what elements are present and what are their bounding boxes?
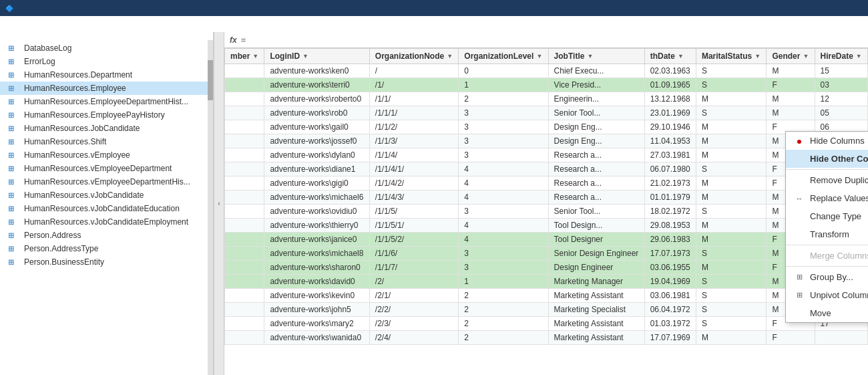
column-header-6[interactable]: MaritalStatus▼ — [696, 49, 767, 64]
filter-icon-5[interactable]: ▼ — [678, 53, 684, 59]
sidebar-item-4[interactable]: ⊞HumanResources.EmployeeDepartmentHist..… — [0, 95, 208, 108]
sidebar-item-12[interactable]: ⊞HumanResources.vJobCandidateEducation — [0, 202, 208, 215]
column-header-5[interactable]: thDate▼ — [644, 49, 696, 64]
cell-1-4: Vice Presid... — [548, 78, 644, 92]
menu-item-move[interactable]: Move — [786, 304, 868, 322]
column-header-3[interactable]: OrganizationLevel▼ — [459, 49, 548, 64]
column-header-8[interactable]: HireDate▼ — [815, 49, 868, 64]
cell-15-0 — [225, 275, 264, 289]
cell-2-5: 13.12.1968 — [644, 92, 696, 106]
table-row: adventure-works\janice0/1/1/5/2/4Tool De… — [225, 233, 868, 247]
sidebar-item-9[interactable]: ⊞HumanResources.vEmployeeDepartment — [0, 162, 208, 175]
col-label-3: OrganizationLevel — [464, 51, 533, 61]
cell-3-8: 05 — [815, 106, 868, 120]
navigator-scroll-thumb[interactable] — [208, 60, 213, 100]
navigator-scrollbar[interactable] — [208, 40, 213, 375]
cell-16-5: 03.06.1981 — [644, 289, 696, 303]
cell-14-2: /1/1/7/ — [369, 261, 459, 275]
sidebar-item-16[interactable]: ⊞Person.BusinessEntity — [0, 255, 208, 269]
formula-bar: fx = — [224, 32, 868, 48]
column-header-1[interactable]: LoginID▼ — [264, 49, 369, 64]
cell-4-1: adventure-works\gail0 — [264, 120, 369, 134]
nav-item-label-5: HumanResources.EmployeePayHistory — [24, 110, 165, 120]
cell-7-3: 4 — [459, 162, 548, 176]
sidebar-item-15[interactable]: ⊞Person.AddressType — [0, 242, 208, 255]
collapse-navigator-button[interactable]: ‹ — [214, 32, 224, 375]
sidebar-item-0[interactable]: ⊞DatabaseLog — [0, 41, 208, 55]
menu-item-hide-other-columns[interactable]: Hide Other Columns — [786, 150, 868, 168]
cell-3-7: M — [767, 106, 815, 120]
menu-item-hide-columns[interactable]: Hide Columns — [786, 132, 868, 150]
nav-item-label-10: HumanResources.vEmployeeDepartmentHis... — [24, 177, 190, 186]
workspace: ⊞DatabaseLog⊞ErrorLog⊞HumanResources.Dep… — [0, 32, 868, 375]
cell-5-3: 3 — [459, 134, 548, 148]
cell-14-6: M — [696, 261, 767, 275]
cell-12-1: adventure-works\janice0 — [264, 233, 369, 247]
cell-2-4: Engineerin... — [548, 92, 644, 106]
cell-19-8 — [815, 331, 868, 345]
filter-icon-7[interactable]: ▼ — [803, 53, 809, 59]
filter-icon-2[interactable]: ▼ — [447, 53, 453, 59]
cell-18-2: /2/3/ — [369, 317, 459, 331]
column-header-0[interactable]: mber▼ — [225, 49, 264, 64]
cell-9-1: adventure-works\michael6 — [264, 191, 369, 205]
table-icon-10: ⊞ — [8, 178, 20, 186]
filter-icon-6[interactable]: ▼ — [754, 53, 761, 59]
sidebar-item-6[interactable]: ⊞HumanResources.JobCandidate — [0, 122, 208, 135]
column-header-4[interactable]: JobTitle▼ — [548, 49, 644, 64]
menu-item-unpivot-columns[interactable]: ⊞Unpivot Columns — [786, 286, 868, 304]
data-table-wrap[interactable]: mber▼LoginID▼OrganizationNode▼Organizati… — [224, 48, 868, 375]
cell-9-4: Research a... — [548, 191, 644, 205]
cell-19-6: M — [696, 331, 767, 345]
menu-item-change-type[interactable]: Change Type — [786, 207, 868, 225]
filter-icon-4[interactable]: ▼ — [587, 53, 593, 59]
menu-item-group-by...[interactable]: ⊞Group By... — [786, 268, 868, 286]
cell-16-3: 2 — [459, 289, 548, 303]
menu-item-remove-duplicates[interactable]: Remove Duplicates — [786, 171, 868, 189]
table-row: adventure-works\wanida0/2/4/2Marketing A… — [225, 331, 868, 345]
table-icon-13: ⊞ — [8, 218, 20, 227]
cell-11-5: 29.08.1953 — [644, 219, 696, 233]
column-header-7[interactable]: Gender▼ — [767, 49, 815, 64]
column-header-2[interactable]: OrganizationNode▼ — [369, 49, 459, 64]
nav-item-label-15: Person.AddressType — [24, 244, 98, 253]
cell-11-1: adventure-works\thierry0 — [264, 219, 369, 233]
menu-item-replace-values...[interactable]: ↔Replace Values... — [786, 189, 868, 207]
sidebar-item-11[interactable]: ⊞HumanResources.vJobCandidate — [0, 189, 208, 202]
cell-19-5: 17.07.1969 — [644, 331, 696, 345]
sidebar-item-7[interactable]: ⊞HumanResources.Shift — [0, 135, 208, 148]
filter-icon-0[interactable]: ▼ — [252, 53, 258, 59]
sidebar-item-1[interactable]: ⊞ErrorLog — [0, 55, 208, 68]
nav-item-label-3: HumanResources.Employee — [24, 84, 126, 93]
sidebar-item-2[interactable]: ⊞HumanResources.Department — [0, 68, 208, 82]
cell-15-1: adventure-works\david0 — [264, 275, 369, 289]
sidebar-item-8[interactable]: ⊞HumanResources.vEmployee — [0, 148, 208, 162]
cell-1-3: 1 — [459, 78, 548, 92]
cell-1-0 — [225, 78, 264, 92]
filter-icon-3[interactable]: ▼ — [536, 53, 542, 59]
menu-item-transform[interactable]: Transform — [786, 225, 868, 243]
cell-5-2: /1/1/3/ — [369, 134, 459, 148]
cell-13-5: 17.07.1973 — [644, 247, 696, 261]
sidebar-item-5[interactable]: ⊞HumanResources.EmployeePayHistory — [0, 108, 208, 122]
cell-14-5: 03.06.1955 — [644, 261, 696, 275]
menu-label-0: Hide Columns — [810, 136, 865, 146]
cell-7-5: 06.07.1980 — [644, 162, 696, 176]
sidebar-item-14[interactable]: ⊞Person.Address — [0, 229, 208, 242]
navigator-list[interactable]: ⊞DatabaseLog⊞ErrorLog⊞HumanResources.Dep… — [0, 40, 208, 375]
filter-icon-8[interactable]: ▼ — [856, 53, 862, 59]
sidebar-item-10[interactable]: ⊞HumanResources.vEmployeeDepartmentHis..… — [0, 175, 208, 189]
filter-icon-1[interactable]: ▼ — [302, 53, 308, 59]
cell-0-4: Chief Execu... — [548, 64, 644, 78]
sidebar-item-13[interactable]: ⊞HumanResources.vJobCandidateEmployment — [0, 215, 208, 229]
menu-label-4: Change Type — [810, 211, 861, 221]
cell-3-5: 23.01.1969 — [644, 106, 696, 120]
cell-4-5: 29.10.1946 — [644, 120, 696, 134]
navigator-title — [0, 32, 213, 40]
sidebar-item-3[interactable]: ⊞HumanResources.Employee — [0, 82, 208, 95]
cell-13-6: S — [696, 247, 767, 261]
cell-17-6: S — [696, 303, 767, 317]
table-row: adventure-works\michael8/1/1/6/3Senior D… — [225, 247, 868, 261]
cell-16-2: /2/1/ — [369, 289, 459, 303]
cell-0-7: M — [767, 64, 815, 78]
